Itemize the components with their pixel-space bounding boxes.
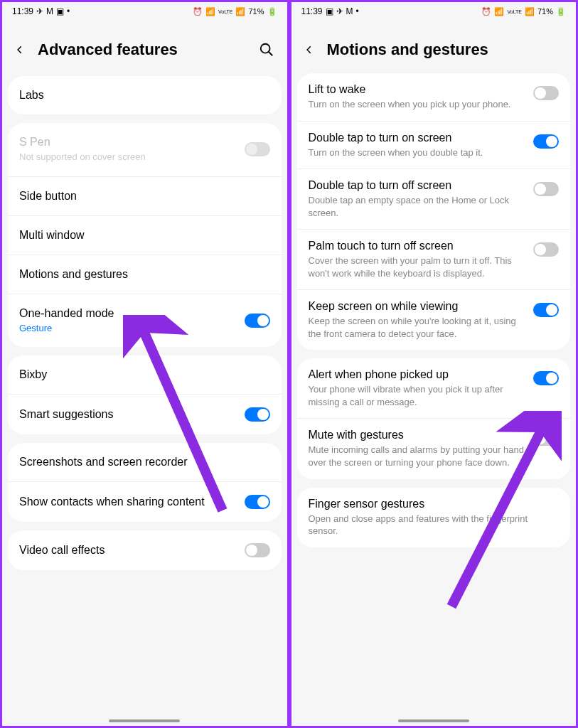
row-title: Double tap to turn on screen — [309, 132, 527, 144]
row-title: Show contacts when sharing content — [19, 496, 237, 508]
status-bar: 11:39 ▣ ✈ M • ⏰ 📶 VoLTE 📶 71% 🔋 — [291, 2, 577, 19]
row-double-tap-on[interactable]: Double tap to turn on screen Turn on the… — [297, 121, 571, 169]
row-mute-gestures[interactable]: Mute with gestures Mute incoming calls a… — [297, 418, 571, 478]
row-sub: Keep the screen on while you're looking … — [309, 315, 527, 340]
page-title: Motions and gestures — [327, 41, 564, 59]
phone-motions-gestures: 11:39 ▣ ✈ M • ⏰ 📶 VoLTE 📶 71% 🔋 Motions … — [291, 2, 577, 726]
battery-icon: 🔋 — [267, 7, 277, 16]
volte-label: VoLTE — [218, 9, 233, 14]
status-time: 11:39 — [301, 6, 323, 16]
row-title: Finger sensor gestures — [309, 498, 560, 510]
row-title: One-handed mode — [19, 307, 237, 320]
row-title: Labs — [19, 89, 270, 102]
home-indicator[interactable] — [398, 719, 469, 722]
home-indicator[interactable] — [109, 719, 180, 722]
battery-label: 71% — [537, 7, 553, 16]
toggle-keep-screen-on[interactable] — [533, 303, 559, 317]
row-sub: Gesture — [19, 322, 237, 335]
status-time: 11:39 — [12, 6, 33, 16]
toggle-one-handed[interactable] — [245, 314, 270, 328]
wifi-icon: 📶 — [205, 7, 215, 16]
row-lift-to-wake[interactable]: Lift to wake Turn on the screen when you… — [297, 73, 571, 121]
row-labs[interactable]: Labs — [8, 76, 282, 114]
telegram-icon: ✈ — [336, 6, 343, 16]
row-title: Mute with gestures — [309, 429, 527, 441]
row-one-handed[interactable]: One-handed mode Gesture — [8, 294, 282, 348]
row-sub: Turn on the screen when you double tap i… — [309, 146, 527, 159]
phone-advanced-features: 11:39 ✈ M ▣ • ⏰ 📶 VoLTE 📶 71% 🔋 Advanced… — [2, 2, 287, 726]
row-title: Lift to wake — [309, 83, 527, 96]
row-sub: Double tap an empty space on the Home or… — [309, 194, 527, 219]
toggle-show-contacts[interactable] — [245, 495, 270, 509]
row-sub: Open and close apps and features with th… — [309, 513, 560, 537]
row-palm-touch-off[interactable]: Palm touch to turn off screen Cover the … — [297, 229, 571, 289]
row-finger-sensor[interactable]: Finger sensor gestures Open and close ap… — [297, 488, 571, 547]
toggle-lift-to-wake[interactable] — [533, 86, 559, 100]
row-title: S Pen — [19, 136, 237, 149]
dot-icon: • — [67, 6, 70, 16]
search-button[interactable] — [259, 42, 274, 58]
header: Advanced features — [2, 19, 287, 76]
row-alert-picked-up[interactable]: Alert when phone picked up Your phone wi… — [297, 358, 571, 418]
row-title: Bixby — [19, 368, 270, 381]
row-title: Motions and gestures — [19, 268, 270, 281]
row-sub: Turn on the screen when you pick up your… — [309, 98, 527, 111]
header: Motions and gestures — [291, 19, 577, 73]
row-screenshots-recorder[interactable]: Screenshots and screen recorder — [8, 443, 282, 481]
row-double-tap-off[interactable]: Double tap to turn off screen Double tap… — [297, 168, 571, 229]
row-title: Side button — [19, 190, 270, 203]
photo-icon: ▣ — [56, 6, 64, 16]
row-bixby[interactable]: Bixby — [8, 355, 282, 394]
row-sub: Not supported on cover screen — [19, 151, 237, 164]
row-keep-screen-on[interactable]: Keep screen on while viewing Keep the sc… — [297, 289, 571, 350]
toggle-mute-gestures[interactable] — [533, 432, 559, 446]
dot-icon: • — [356, 6, 359, 16]
toggle-alert-picked-up[interactable] — [533, 371, 559, 385]
row-title: Screenshots and screen recorder — [19, 456, 270, 469]
status-bar: 11:39 ✈ M ▣ • ⏰ 📶 VoLTE 📶 71% 🔋 — [2, 2, 287, 19]
row-smart-suggestions[interactable]: Smart suggestions — [8, 394, 282, 434]
row-s-pen: S Pen Not supported on cover screen — [8, 123, 282, 176]
volte-label: VoLTE — [507, 9, 522, 14]
toggle-palm-touch[interactable] — [533, 242, 559, 257]
battery-icon: 🔋 — [556, 7, 566, 16]
toggle-video-call-effects[interactable] — [245, 543, 270, 557]
row-sub: Mute incoming calls and alarms by puttin… — [309, 444, 527, 469]
toggle-double-tap-off[interactable] — [533, 182, 559, 196]
telegram-icon: ✈ — [36, 6, 43, 16]
toggle-smart-suggestions[interactable] — [245, 407, 270, 422]
toggle-double-tap-on[interactable] — [533, 134, 559, 149]
row-sub: Cover the screen with your palm to turn … — [309, 255, 527, 279]
row-title: Multi window — [19, 229, 270, 242]
row-show-contacts-sharing[interactable]: Show contacts when sharing content — [8, 481, 282, 522]
gmail-icon: M — [46, 6, 53, 16]
row-title: Smart suggestions — [19, 408, 237, 421]
page-title: Advanced features — [38, 41, 246, 59]
back-button[interactable] — [304, 45, 314, 55]
signal-icon: 📶 — [525, 7, 535, 16]
row-title: Keep screen on while viewing — [309, 300, 527, 313]
toggle-s-pen — [245, 142, 270, 156]
row-side-button[interactable]: Side button — [8, 176, 282, 215]
alarm-icon: ⏰ — [193, 7, 203, 16]
row-sub: Your phone will vibrate when you pick it… — [309, 383, 527, 408]
alarm-icon: ⏰ — [481, 7, 491, 16]
signal-icon: 📶 — [235, 7, 245, 16]
battery-label: 71% — [248, 7, 264, 16]
photo-icon: ▣ — [326, 6, 333, 16]
row-title: Double tap to turn off screen — [309, 179, 527, 192]
row-motions-gestures[interactable]: Motions and gestures — [8, 255, 282, 294]
row-title: Video call effects — [19, 544, 237, 557]
back-button[interactable] — [15, 45, 25, 55]
row-video-call-effects[interactable]: Video call effects — [8, 530, 282, 570]
gmail-icon: M — [346, 6, 353, 16]
row-title: Alert when phone picked up — [309, 368, 527, 381]
wifi-icon: 📶 — [494, 7, 504, 16]
row-multi-window[interactable]: Multi window — [8, 215, 282, 255]
row-title: Palm touch to turn off screen — [309, 240, 527, 252]
svg-point-0 — [260, 44, 269, 53]
